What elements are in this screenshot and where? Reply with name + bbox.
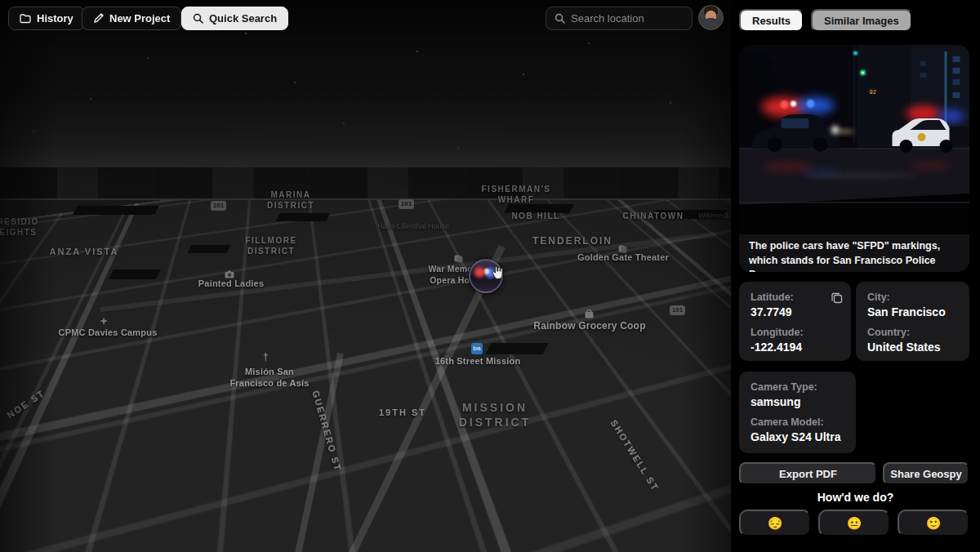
copy-coordinates-icon[interactable] (831, 292, 843, 304)
tab-similar-images[interactable]: Similar Images (811, 9, 912, 32)
map-label-19th-st: 19TH ST (379, 407, 426, 418)
map-label-nob-hill: NOB HILL (511, 211, 559, 221)
longitude-label: Longitude: (751, 327, 840, 338)
improve-this-map-link[interactable]: Improve this map (663, 541, 728, 550)
map-label-anza-vista: ANZA VISTA (50, 246, 119, 257)
feedback-happy-button[interactable]: 🙂 (898, 510, 969, 536)
quick-search-label: Quick Search (209, 12, 277, 24)
map-label-fillmore-district: FILLMORE DISTRICT (245, 235, 296, 256)
latitude-value: 37.7749 (751, 305, 840, 318)
map-horizon-buildings (0, 167, 731, 198)
church-cross-icon: † (263, 351, 269, 363)
map-label-wikimedia: Wikimedia (698, 211, 731, 221)
place-card: City: San Francisco Country: United Stat… (856, 282, 969, 361)
map-label-marina-district: MARINA DISTRICT (267, 189, 314, 211)
camera-type-value: samsung (751, 395, 844, 408)
country-label: Country: (867, 327, 958, 338)
result-image-card[interactable]: 92 (739, 45, 969, 272)
hospital-cross-icon: + (100, 314, 107, 327)
camera-model-label: Camera Model: (751, 416, 844, 428)
map-building-block (73, 206, 159, 215)
new-project-label: New Project (109, 12, 170, 24)
country-value: United States (867, 341, 958, 354)
happy-emoji-icon: 🙂 (926, 516, 942, 531)
map-label-fishermans-wharf: FISHERMAN'S WHARF (482, 184, 551, 205)
latitude-label: Latitude: (751, 292, 840, 303)
feedback-question: How'd we do? (731, 491, 980, 504)
camera-type-label: Camera Type: (751, 381, 844, 393)
neutral-emoji-icon: 😐 (847, 516, 862, 531)
history-button[interactable]: History (8, 7, 85, 30)
camera-icon (225, 270, 234, 278)
svg-text:92: 92 (870, 89, 876, 96)
map-label-painted-ladies: Painted Ladies (198, 278, 264, 289)
theater-icon (454, 255, 463, 263)
highway-101-shield: 101 (211, 201, 226, 211)
map-label-golden-gate-theater: Golden Gate Theater (577, 252, 669, 263)
map-attribution: © Mapbox © OpenStreetMap Improve this ma… (556, 540, 731, 552)
mapbox-logo-icon (7, 532, 22, 546)
feedback-neutral-button[interactable]: 😐 (818, 510, 890, 536)
tab-results[interactable]: Results (739, 9, 804, 32)
mapbox-logo: mapbox (7, 532, 67, 546)
map-building-block (109, 269, 161, 279)
share-geospy-button[interactable]: Share Geospy (883, 462, 969, 485)
search-location-input[interactable] (571, 12, 684, 24)
map-label-cpmc-davies-campus: CPMC Davies Campus (59, 327, 158, 338)
highway-101-shield: 101 (399, 199, 414, 209)
camera-model-value: Galaxy S24 Ultra (751, 430, 844, 443)
camera-card: Camera Type: samsung Camera Model: Galax… (739, 372, 856, 453)
map-view-button[interactable]: Map View (642, 505, 723, 527)
feedback-sad-button[interactable]: 😔 (739, 510, 811, 536)
quick-search-button[interactable]: Quick Search (181, 7, 288, 30)
user-avatar[interactable] (698, 5, 724, 30)
map-building-block (275, 213, 330, 221)
bart-station-icon: ba (471, 343, 483, 354)
map-label-haas-lilienthal-house: Haas-Lilienthal House (377, 222, 449, 232)
new-project-button[interactable]: New Project (82, 7, 181, 30)
mapbox-logo-text: mapbox (26, 533, 67, 545)
police-scene-photo: 92 (739, 45, 969, 234)
feedback-emoji-row: 😔 😐 🙂 (739, 510, 969, 536)
map-label-mission-district: MISSION DISTRICT (459, 400, 532, 430)
panel-tabs: Results Similar Images (739, 9, 912, 32)
attribution-text: © Mapbox © OpenStreetMap (560, 541, 661, 550)
sad-emoji-icon: 😔 (768, 516, 783, 531)
map-building-block (485, 343, 548, 354)
street-view-button[interactable]: Street View (559, 505, 635, 527)
map-label-mision-san-francisco: Misión San Francisco de Asís (229, 366, 309, 390)
history-label: History (37, 12, 74, 24)
map-building-block (187, 245, 230, 253)
search-location-box (546, 7, 693, 30)
result-caption: The police cars have "SFPD" markings, wh… (739, 234, 969, 272)
search-icon (193, 13, 203, 24)
city-label: City: (867, 292, 958, 303)
map-label-rainbow-grocery-coop: Rainbow Grocery Coop (533, 320, 645, 333)
city-value: San Francisco (867, 305, 958, 318)
folder-icon (20, 14, 31, 24)
search-icon (555, 13, 565, 24)
grocery-icon (585, 309, 594, 318)
map-label-16th-street-mission: 16th Street Mission (435, 355, 521, 367)
map-label-presidio-heights: PRESIDIO HEIGHTS (0, 216, 39, 238)
map-canvas[interactable]: PRESIDIO HEIGHTS ANZA VISTA FILLMORE DIS… (0, 0, 731, 552)
geospy-app: PRESIDIO HEIGHTS ANZA VISTA FILLMORE DIS… (0, 0, 980, 552)
map-label-tenderloin: TENDERLOIN (532, 235, 612, 248)
theater-icon (618, 245, 627, 253)
coordinates-card: Latitude: 37.7749 Longitude: -122.4194 (739, 282, 851, 361)
results-panel: Results Similar Images (731, 0, 980, 552)
pencil-icon (93, 13, 104, 24)
map-label-chinatown: CHINATOWN (623, 211, 684, 221)
top-toolbar: History New Project Quick Search (0, 0, 731, 36)
hand-cursor-icon (491, 265, 505, 281)
longitude-value: -122.4194 (751, 341, 840, 354)
export-pdf-button[interactable]: Export PDF (739, 462, 877, 485)
highway-101-shield: 101 (670, 305, 685, 315)
